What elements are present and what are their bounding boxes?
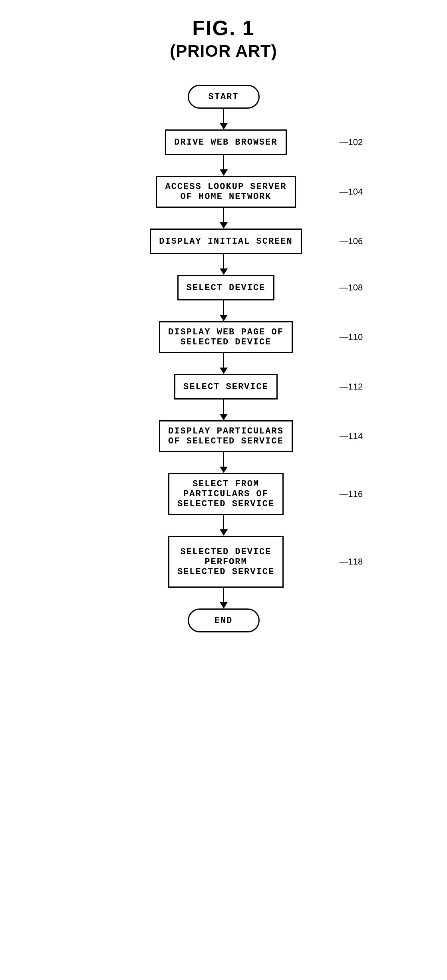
box-106-text: DISPLAY INITIAL SCREEN	[159, 237, 292, 246]
step-116-wrapper: SELECT FROMPARTICULARS OFSELECTED SERVIC…	[84, 473, 364, 515]
arrow-line-108	[223, 300, 224, 315]
box-108: SELECT DEVICE	[177, 275, 275, 300]
arrow-after-102	[84, 155, 364, 176]
end-label: END	[215, 616, 233, 626]
ref-114: —114	[340, 431, 364, 441]
arrow-head-108	[220, 315, 228, 321]
box-110-text: DISPLAY WEB PAGE OFSELECTED DEVICE	[168, 327, 284, 347]
box-106: DISPLAY INITIAL SCREEN	[150, 229, 302, 254]
step-112-wrapper: SELECT SERVICE —112	[84, 374, 364, 400]
center-110: DISPLAY WEB PAGE OFSELECTED DEVICE	[120, 321, 332, 353]
arrow-after-104	[84, 208, 364, 229]
box-116-text: SELECT FROMPARTICULARS OFSELECTED SERVIC…	[177, 479, 274, 509]
arrow-head-0	[220, 123, 228, 129]
arrow-after-114	[84, 452, 364, 473]
box-108-text: SELECT DEVICE	[187, 283, 266, 293]
arrow-line-104	[223, 208, 224, 222]
page-container: FIG. 1 (PRIOR ART) START DRIVE WEB BROWS…	[0, 0, 447, 980]
ref-102: —102	[340, 137, 364, 147]
center-116: SELECT FROMPARTICULARS OFSELECTED SERVIC…	[120, 473, 332, 515]
arrow-head-102	[220, 169, 228, 176]
arrow-after-116	[84, 515, 364, 536]
arrow-head-118	[220, 602, 228, 608]
box-118: SELECTED DEVICEPERFORMSELECTED SERVICE	[168, 536, 284, 588]
figure-subtitle: (PRIOR ART)	[170, 42, 277, 61]
box-102-text: DRIVE WEB BROWSER	[174, 137, 277, 147]
box-112-text: SELECT SERVICE	[183, 382, 268, 392]
arrow-line-116	[223, 515, 224, 529]
arrow-after-110	[84, 353, 364, 374]
arrow-line-112	[223, 400, 224, 414]
step-106-wrapper: DISPLAY INITIAL SCREEN —106	[84, 229, 364, 254]
center-102: DRIVE WEB BROWSER	[120, 129, 332, 155]
step-108-wrapper: SELECT DEVICE —108	[84, 275, 364, 300]
step-114-wrapper: DISPLAY PARTICULARSOF SELECTED SERVICE —…	[84, 420, 364, 452]
box-116: SELECT FROMPARTICULARS OFSELECTED SERVIC…	[168, 473, 284, 515]
ref-106: —106	[340, 236, 364, 246]
arrow-line-118	[223, 588, 224, 602]
start-node-wrapper: START	[84, 85, 364, 129]
center-118: SELECTED DEVICEPERFORMSELECTED SERVICE	[120, 536, 332, 588]
ref-104: —104	[340, 187, 364, 197]
step-104-wrapper: ACCESS LOOKUP SERVEROF HOME NETWORK —104	[84, 176, 364, 208]
step-102-wrapper: DRIVE WEB BROWSER —102	[84, 129, 364, 155]
step-110-wrapper: DISPLAY WEB PAGE OFSELECTED DEVICE —110	[84, 321, 364, 353]
arrow-after-108	[84, 300, 364, 321]
ref-108: —108	[340, 282, 364, 293]
ref-116: —116	[340, 489, 364, 499]
center-104: ACCESS LOOKUP SERVEROF HOME NETWORK	[120, 176, 332, 208]
center-106: DISPLAY INITIAL SCREEN	[120, 229, 332, 254]
box-114: DISPLAY PARTICULARSOF SELECTED SERVICE	[159, 420, 293, 452]
arrow-head-114	[220, 467, 228, 473]
ref-118: —118	[340, 557, 364, 567]
center-108: SELECT DEVICE	[120, 275, 332, 300]
step-118-wrapper: SELECTED DEVICEPERFORMSELECTED SERVICE —…	[84, 536, 364, 588]
arrow-after-106	[84, 254, 364, 275]
arrow-line-102	[223, 155, 224, 169]
center-114: DISPLAY PARTICULARSOF SELECTED SERVICE	[120, 420, 332, 452]
arrow-head-106	[220, 268, 228, 275]
arrow-line-106	[223, 254, 224, 268]
center-112: SELECT SERVICE	[120, 374, 332, 400]
figure-title: FIG. 1	[192, 16, 254, 40]
arrow-line-114	[223, 452, 224, 467]
arrow-line-110	[223, 353, 224, 368]
arrow-head-104	[220, 222, 228, 229]
arrow-after-118	[84, 588, 364, 608]
flowchart: START DRIVE WEB BROWSER —102 ACCES	[84, 85, 364, 632]
box-102: DRIVE WEB BROWSER	[165, 129, 286, 155]
start-label: START	[208, 92, 238, 102]
end-node: END	[188, 608, 260, 632]
arrow-line-0	[223, 109, 224, 123]
start-node: START	[188, 85, 260, 109]
box-114-text: DISPLAY PARTICULARSOF SELECTED SERVICE	[168, 426, 284, 446]
arrow-head-116	[220, 529, 228, 536]
box-112: SELECT SERVICE	[174, 374, 278, 400]
box-104-text: ACCESS LOOKUP SERVEROF HOME NETWORK	[165, 182, 286, 202]
arrow-head-110	[220, 368, 228, 374]
arrow-head-112	[220, 414, 228, 420]
box-118-text: SELECTED DEVICEPERFORMSELECTED SERVICE	[177, 547, 274, 577]
ref-110: —110	[340, 332, 364, 342]
ref-112: —112	[340, 382, 364, 392]
box-110: DISPLAY WEB PAGE OFSELECTED DEVICE	[159, 321, 293, 353]
box-104: ACCESS LOOKUP SERVEROF HOME NETWORK	[156, 176, 296, 208]
arrow-after-112	[84, 400, 364, 420]
